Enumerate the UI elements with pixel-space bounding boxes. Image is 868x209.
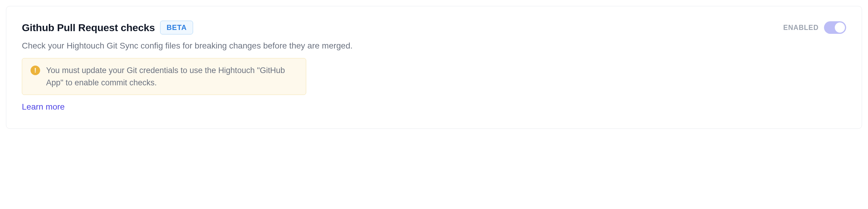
- card-title: Github Pull Request checks: [22, 22, 155, 33]
- card-description: Check your Hightouch Git Sync config fil…: [22, 40, 846, 52]
- card-header: Github Pull Request checks BETA ENABLED: [22, 21, 846, 34]
- title-group: Github Pull Request checks BETA: [22, 21, 193, 34]
- settings-card: Github Pull Request checks BETA ENABLED …: [6, 6, 862, 129]
- warning-box: ! You must update your Git credentials t…: [22, 58, 306, 95]
- beta-badge: BETA: [160, 21, 193, 34]
- toggle-group: ENABLED: [783, 21, 846, 34]
- warning-text: You must update your Git credentials to …: [46, 64, 298, 89]
- learn-more-link[interactable]: Learn more: [22, 102, 65, 111]
- warning-icon: !: [31, 66, 40, 75]
- toggle-label: ENABLED: [783, 24, 818, 32]
- enable-toggle[interactable]: [824, 21, 846, 34]
- toggle-knob: [835, 23, 845, 33]
